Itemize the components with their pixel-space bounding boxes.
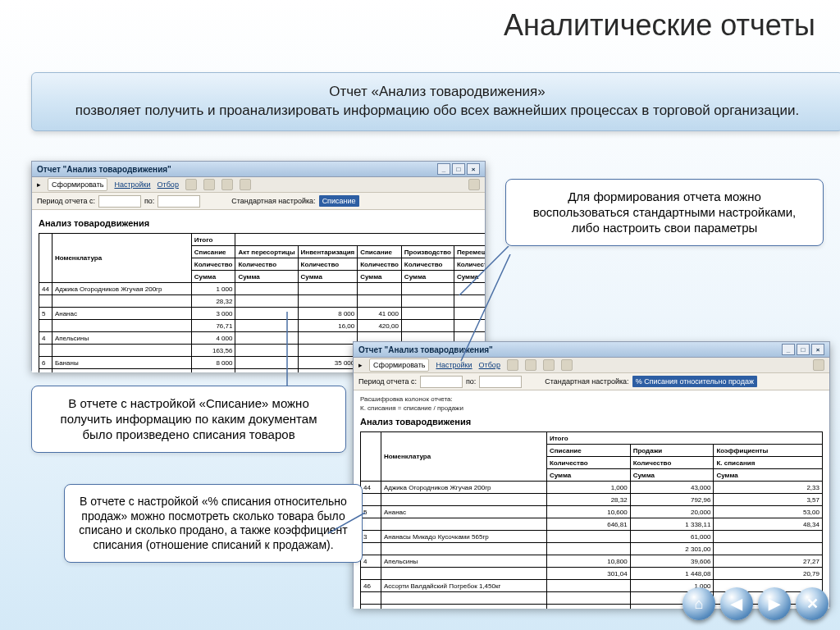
help-icon[interactable] [813,359,824,371]
settings-link[interactable]: Настройки [436,361,472,369]
table-row: 5Ананас3 0008 00041 0006 000 [39,308,486,320]
nav-buttons: ⌂ ◀ ▶ ✕ [682,587,829,620]
col-proizv: Производство [401,246,454,258]
filterbar-1: Период отчета с: по: Стандартная настрой… [32,193,485,210]
table-row: 76,7116,00420,00 [39,320,486,332]
report-sub2: К. списания = списание / продажи [360,404,823,412]
titlebar-1: Отчет "Анализ товародвижения" _ □ × [32,162,485,177]
tool-icon[interactable] [561,359,573,371]
generate-icon: ▸ [358,361,363,369]
generate-button[interactable]: Сформировать [48,178,107,191]
std-value-2[interactable]: % Списания относительно продаж [632,376,757,387]
hero-line2: позволяет получить и проанализировать ин… [75,103,799,118]
table-row: 3Ананасы Микадо Кусочками 565гр61,000 [361,531,823,543]
std-label: Стандартная настройка: [545,377,628,386]
col-itogo: Итого [191,234,235,246]
toolbar-2: ▸ Сформировать Настройки Отбор [354,358,829,373]
hero-line1: Отчет «Анализ товародвижения» [329,84,546,99]
nav-close-button[interactable]: ✕ [796,587,829,620]
nav-next-button[interactable]: ▶ [758,587,791,620]
generate-icon: ▸ [37,180,41,189]
nav-prev-button[interactable]: ◀ [720,587,753,620]
to-label: по: [466,377,476,386]
col-kol: Количество [191,258,235,271]
date-to-field[interactable] [479,376,522,388]
page-title: Аналитические отчеты [504,8,815,43]
filterbar-2: Период отчета с: по: Стандартная настрой… [354,373,829,390]
filter-link[interactable]: Отбор [479,361,500,369]
filter-link[interactable]: Отбор [158,180,179,189]
report-table-2: Номенклатура Итого Списание Продажи Коэф… [360,431,823,609]
maximize-button[interactable]: □ [452,163,465,175]
titlebar-2: Отчет "Анализ товародвижения" _ □ × [354,342,829,358]
table-row: 44Аджика Огородников Жгучая 200гр1 000 [39,283,486,295]
callout-percent: В отчете с настройкой «% списания относи… [64,484,363,563]
tool-icon[interactable] [240,179,251,190]
col-ksp: К. списания [714,457,823,469]
callout-spisanie: В отчете с настройкой «Списание» можно п… [31,386,346,453]
maximize-button[interactable]: □ [797,344,810,355]
tool-icon[interactable] [507,359,518,371]
std-value-1[interactable]: Списание [319,195,359,207]
tool-icon[interactable] [543,359,555,371]
report-body-2: Расшифровка колонок отчета: К. списания … [354,390,829,609]
col-itogo-2: Итого [546,432,822,445]
col-spisanie: Списание [191,246,235,258]
help-icon[interactable] [468,179,480,190]
table-row: 28,32 [39,295,486,308]
col-spis: Списание [358,246,402,258]
table-row: 28,32792,963,57 [361,494,823,506]
date-from-field[interactable] [98,195,141,208]
table-row: 4Апельсины10,80039,60627,27 [361,555,823,568]
date-to-field[interactable] [158,195,200,208]
table-row: 2 301,00 [361,543,823,555]
date-from-field[interactable] [420,376,463,388]
window-title-2: Отчет "Анализ товародвижения" [358,345,493,354]
report-window-1: Отчет "Анализ товародвижения" _ □ × ▸ Сф… [31,161,486,371]
nav-home-button[interactable]: ⌂ [682,587,715,620]
generate-button[interactable]: Сформировать [369,358,429,372]
col-nom: Номенклатура [52,234,191,283]
tool-icon[interactable] [525,359,536,371]
settings-link[interactable]: Настройки [114,180,150,189]
close-button[interactable]: × [467,163,480,175]
col-spisanie-2: Списание [546,445,630,457]
tool-icon[interactable] [221,179,233,190]
std-label: Стандартная настройка: [231,197,315,205]
period-label: Период отчета с: [37,197,95,205]
tool-icon[interactable] [185,179,197,190]
table-row: 44Аджика Огородников Жгучая 200гр1,00043… [361,482,823,494]
col-koef: Коэффициенты [714,445,823,457]
tool-icon[interactable] [203,179,215,190]
hero-panel: Отчет «Анализ товародвижения» позволяет … [31,72,840,131]
table-row: 5Ананас10,60020,00053,00 [361,506,823,518]
report-title-1: Анализ товародвижения [39,218,478,228]
table-row: 646,811 338,1148,34 [361,518,823,531]
minimize-button[interactable]: _ [782,344,795,355]
close-button[interactable]: × [811,344,824,355]
report-window-2: Отчет "Анализ товародвижения" _ □ × ▸ Сф… [353,341,830,607]
toolbar-1: ▸ Сформировать Настройки Отбор [32,177,485,193]
report-title-2: Анализ товародвижения [360,417,823,427]
col-sum: Сумма [191,271,235,283]
window-title-1: Отчет "Анализ товародвижения" [37,165,171,174]
col-inv: Инвентаризация [298,246,358,258]
period-label: Период отчета с: [358,377,417,386]
table-row: 301,041 448,0820,79 [361,568,823,580]
col-prodazhi: Продажи [630,445,714,457]
col-akt: Акт пересортицы [235,246,298,258]
col-nom-2: Номенклатура [381,432,547,482]
col-perem: Перемещение [454,246,485,258]
callout-settings: Для формирования отчета можно воспользов… [505,179,824,246]
report-sub1: Расшифровка колонок отчета: [360,395,823,403]
minimize-button[interactable]: _ [437,163,450,175]
to-label: по: [144,197,154,205]
